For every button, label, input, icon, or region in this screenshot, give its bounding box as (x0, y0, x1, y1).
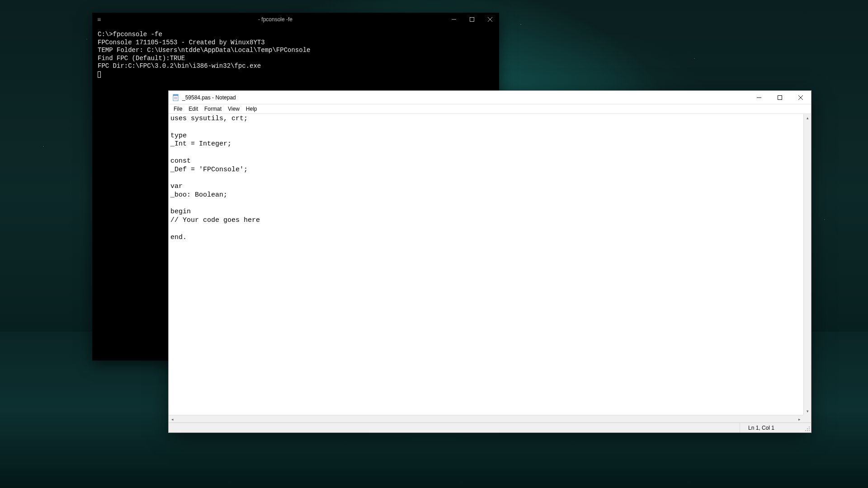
svg-point-13 (809, 427, 810, 427)
svg-point-17 (807, 430, 808, 431)
menu-view[interactable]: View (225, 105, 243, 113)
scroll-left-arrow-icon[interactable]: ◂ (169, 415, 176, 422)
maximize-button[interactable] (769, 91, 790, 104)
console-titlebar[interactable]: ≡ - fpconsole -fe (92, 13, 499, 26)
notepad-title: _59584.pas - Notepad (182, 94, 749, 101)
minimize-icon (452, 17, 456, 22)
svg-point-16 (805, 430, 806, 431)
notepad-app-icon (172, 94, 179, 101)
svg-rect-5 (173, 94, 178, 96)
svg-rect-10 (778, 95, 782, 99)
svg-point-15 (809, 428, 810, 429)
menu-help[interactable]: Help (243, 105, 260, 113)
svg-point-14 (807, 428, 808, 429)
console-line: TEMP Folder: C:\Users\ntdde\AppData\Loca… (98, 47, 310, 54)
scroll-corner (803, 415, 811, 422)
svg-point-18 (809, 430, 810, 431)
menu-edit[interactable]: Edit (185, 105, 201, 113)
notepad-content-area: uses sysutils, crt; type _Int = Integer;… (169, 114, 811, 422)
menu-file[interactable]: File (170, 105, 185, 113)
close-icon (488, 17, 492, 22)
vertical-scrollbar[interactable]: ▴ ▾ (803, 114, 811, 415)
maximize-button[interactable] (463, 13, 481, 26)
console-window-controls (445, 13, 499, 26)
console-output[interactable]: C:\>fpconsole -fe FPConsole 171105-1553 … (92, 26, 499, 83)
notepad-titlebar[interactable]: _59584.pas - Notepad (169, 91, 811, 104)
notepad-window-controls (749, 91, 811, 104)
maximize-icon (778, 95, 782, 100)
hamburger-icon[interactable]: ≡ (92, 16, 106, 23)
notepad-window[interactable]: _59584.pas - Notepad File Edit Format Vi… (168, 90, 811, 433)
menu-format[interactable]: Format (201, 105, 225, 113)
console-line: FPC Dir:C:\FPC\3.0.2\bin\i386-win32\fpc.… (98, 62, 261, 70)
close-icon (798, 95, 803, 100)
svg-rect-1 (470, 18, 474, 22)
notepad-menubar: File Edit Format View Help (169, 104, 811, 114)
console-cursor (98, 71, 101, 78)
console-title: - fpconsole -fe (106, 16, 445, 23)
notepad-statusbar: Ln 1, Col 1 (169, 422, 811, 432)
scroll-up-arrow-icon[interactable]: ▴ (804, 114, 811, 122)
resize-grip[interactable] (803, 423, 811, 432)
resize-grip-icon (805, 426, 810, 432)
status-cursor-position: Ln 1, Col 1 (740, 423, 803, 432)
maximize-icon (470, 17, 474, 22)
minimize-button[interactable] (445, 13, 463, 26)
console-line: Find FPC (Default):TRUE (98, 55, 185, 62)
horizontal-scrollbar[interactable]: ◂ ▸ (169, 415, 803, 422)
console-line: C:\>fpconsole -fe (98, 31, 162, 38)
scroll-right-arrow-icon[interactable]: ▸ (796, 415, 803, 422)
minimize-icon (757, 95, 761, 100)
scroll-down-arrow-icon[interactable]: ▾ (804, 407, 811, 415)
close-button[interactable] (481, 13, 499, 26)
minimize-button[interactable] (749, 91, 769, 104)
close-button[interactable] (790, 91, 811, 104)
notepad-text-editor[interactable]: uses sysutils, crt; type _Int = Integer;… (169, 114, 811, 422)
console-line: FPConsole 171105-1553 - Created by Winux… (98, 39, 265, 46)
